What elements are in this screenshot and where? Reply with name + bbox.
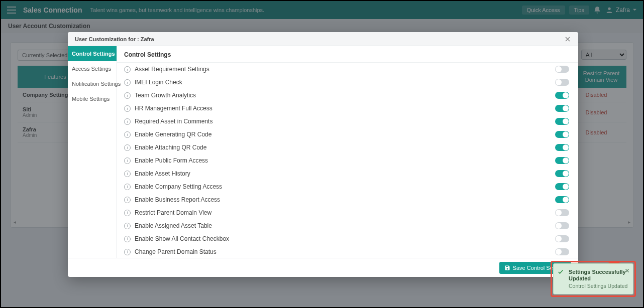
setting-row: iTeam Growth Analytics (117, 89, 576, 102)
setting-label: IMEI Login Check (135, 79, 555, 86)
setting-row: iEnable Generating QR Code (117, 128, 576, 141)
setting-toggle[interactable] (555, 66, 569, 73)
setting-label: Enable Assigned Asset Table (135, 222, 555, 229)
setting-row: iEnable Business Report Access (117, 193, 576, 206)
info-icon[interactable]: i (124, 249, 131, 255)
check-icon (558, 269, 564, 276)
info-icon[interactable]: i (124, 210, 131, 216)
info-icon[interactable]: i (124, 66, 131, 73)
setting-row: iEnable Asset History (117, 167, 576, 180)
setting-toggle[interactable] (555, 79, 569, 86)
setting-toggle[interactable] (555, 105, 569, 112)
setting-row: iIMEI Login Check (117, 76, 576, 89)
setting-label: Enable Public Form Access (135, 157, 555, 164)
setting-toggle[interactable] (555, 157, 569, 164)
setting-row: iAsset Requirement Settings (117, 63, 576, 76)
info-icon[interactable]: i (124, 144, 131, 151)
setting-row: iEnable Public Form Access (117, 154, 576, 167)
settings-list: iAsset Requirement SettingsiIMEI Login C… (117, 63, 578, 258)
setting-label: Change Parent Domain Status (135, 248, 555, 255)
setting-label: Team Growth Analytics (135, 92, 555, 99)
setting-toggle[interactable] (555, 92, 569, 99)
info-icon[interactable]: i (124, 171, 131, 177)
info-icon[interactable]: i (124, 236, 131, 242)
setting-label: Enable Generating QR Code (135, 131, 555, 138)
info-icon[interactable]: i (124, 184, 131, 190)
user-customization-modal: User Customization for : Zafra Control S… (68, 32, 578, 277)
setting-toggle[interactable] (555, 222, 569, 229)
nav-access-settings[interactable]: Access Settings (68, 61, 117, 76)
toast-title: Settings Successfully Updated (569, 269, 628, 282)
setting-row: iChange Parent Domain Status (117, 245, 576, 258)
setting-row: iEnable Show All Contact Checkbox (117, 232, 576, 245)
modal-title: User Customization for : Zafra (75, 36, 154, 42)
modal-header: User Customization for : Zafra (68, 32, 578, 46)
nav-notification-settings[interactable]: Notification Settings (68, 76, 117, 91)
nav-mobile-settings[interactable]: Mobile Settings (68, 91, 117, 106)
setting-toggle[interactable] (555, 118, 569, 125)
setting-label: Enable Show All Contact Checkbox (135, 235, 555, 242)
section-title: Control Settings (117, 46, 578, 63)
setting-label: Enable Business Report Access (135, 196, 555, 203)
setting-row: iEnable Company Setting Access (117, 180, 576, 193)
setting-toggle[interactable] (555, 131, 569, 138)
modal-nav: Control Settings Access Settings Notific… (68, 46, 117, 258)
info-icon[interactable]: i (124, 131, 131, 138)
setting-toggle[interactable] (555, 144, 569, 151)
setting-toggle[interactable] (555, 183, 569, 190)
setting-toggle[interactable] (555, 248, 569, 255)
toast-close-icon[interactable] (624, 268, 630, 274)
modal-footer: Save Control Settings (68, 258, 578, 277)
setting-label: Required Asset in Comments (135, 118, 555, 125)
setting-toggle[interactable] (555, 170, 569, 177)
setting-label: Enable Attaching QR Code (135, 144, 555, 151)
setting-row: iEnable Assigned Asset Table (117, 219, 576, 232)
toast-subtitle: Control Settings Updated (569, 283, 628, 289)
info-icon[interactable]: i (124, 223, 131, 229)
success-toast: Settings Successfully Updated Control Se… (553, 263, 633, 294)
close-icon[interactable] (564, 36, 571, 43)
setting-label: Enable Company Setting Access (135, 183, 555, 190)
info-icon[interactable]: i (124, 105, 131, 112)
setting-label: HR Management Full Access (135, 105, 555, 112)
setting-label: Asset Requirement Settings (135, 66, 555, 73)
setting-row: iRestrict Parent Domain View (117, 206, 576, 219)
setting-toggle[interactable] (555, 235, 569, 242)
setting-row: iHR Management Full Access (117, 102, 576, 115)
setting-label: Enable Asset History (135, 170, 555, 177)
setting-toggle[interactable] (555, 196, 569, 203)
toast-highlight: Settings Successfully Updated Control Se… (551, 261, 636, 297)
info-icon[interactable]: i (124, 79, 131, 86)
setting-label: Restrict Parent Domain View (135, 209, 555, 216)
info-icon[interactable]: i (124, 158, 131, 164)
setting-row: iEnable Attaching QR Code (117, 141, 576, 154)
setting-toggle[interactable] (555, 209, 569, 216)
info-icon[interactable]: i (124, 118, 131, 125)
setting-row: iRequired Asset in Comments (117, 115, 576, 128)
info-icon[interactable]: i (124, 92, 131, 99)
nav-control-settings[interactable]: Control Settings (68, 46, 117, 61)
info-icon[interactable]: i (124, 197, 131, 203)
